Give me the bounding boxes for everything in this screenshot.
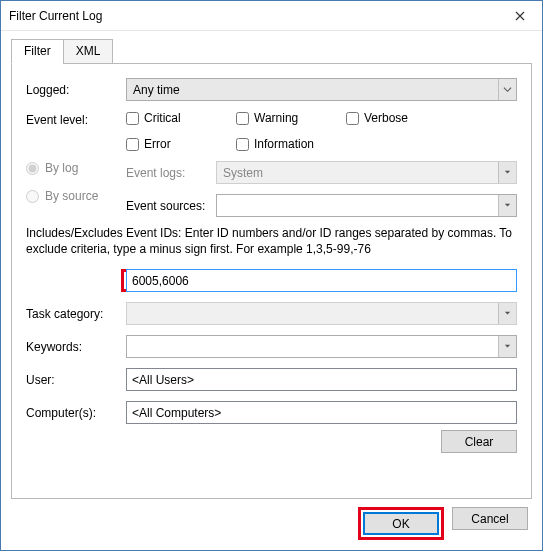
bylog-radio[interactable]: By log — [26, 161, 126, 175]
cancel-button[interactable]: Cancel — [452, 507, 528, 530]
error-checkbox[interactable]: Error — [126, 137, 216, 151]
verbose-checkbox[interactable]: Verbose — [346, 111, 436, 125]
highlight-ok: OK — [358, 507, 444, 540]
close-icon — [515, 11, 525, 21]
bysource-radio[interactable]: By source — [26, 189, 126, 203]
warning-checkbox[interactable]: Warning — [236, 111, 326, 125]
titlebar: Filter Current Log — [1, 1, 542, 31]
eventlevel-label: Event level: — [26, 111, 126, 127]
eventlogs-label: Event logs: — [126, 166, 216, 180]
computers-input[interactable] — [126, 401, 517, 424]
ok-button[interactable]: OK — [363, 512, 439, 535]
window: Filter Current Log Filter XML Logged: An… — [0, 0, 543, 551]
clear-button[interactable]: Clear — [441, 430, 517, 453]
logged-value: Any time — [133, 83, 180, 97]
taskcategory-label: Task category: — [26, 307, 126, 321]
tabpanel-filter: Logged: Any time Event level: Critical W… — [11, 63, 532, 499]
tab-filter[interactable]: Filter — [11, 39, 64, 64]
window-title: Filter Current Log — [9, 9, 102, 23]
chevron-down-icon — [498, 162, 516, 183]
eventsources-select[interactable] — [216, 194, 517, 217]
eventsources-label: Event sources: — [126, 199, 216, 213]
user-input[interactable] — [126, 368, 517, 391]
logged-select[interactable]: Any time — [126, 78, 517, 101]
information-checkbox[interactable]: Information — [236, 137, 326, 151]
keywords-select[interactable] — [126, 335, 517, 358]
tab-xml[interactable]: XML — [63, 39, 114, 64]
help-text: Includes/Excludes Event IDs: Enter ID nu… — [26, 225, 517, 257]
taskcategory-select — [126, 302, 517, 325]
tabstrip: Filter XML — [11, 39, 532, 64]
eventlogs-select: System — [216, 161, 517, 184]
chevron-down-icon — [498, 336, 516, 357]
critical-checkbox[interactable]: Critical — [126, 111, 216, 125]
chevron-down-icon — [498, 79, 516, 100]
close-button[interactable] — [498, 1, 542, 30]
chevron-down-icon — [498, 195, 516, 216]
keywords-label: Keywords: — [26, 340, 126, 354]
eventlogs-value: System — [223, 166, 263, 180]
logged-label: Logged: — [26, 83, 126, 97]
user-label: User: — [26, 373, 126, 387]
eventids-input[interactable] — [126, 269, 517, 292]
chevron-down-icon — [498, 303, 516, 324]
computers-label: Computer(s): — [26, 406, 126, 420]
